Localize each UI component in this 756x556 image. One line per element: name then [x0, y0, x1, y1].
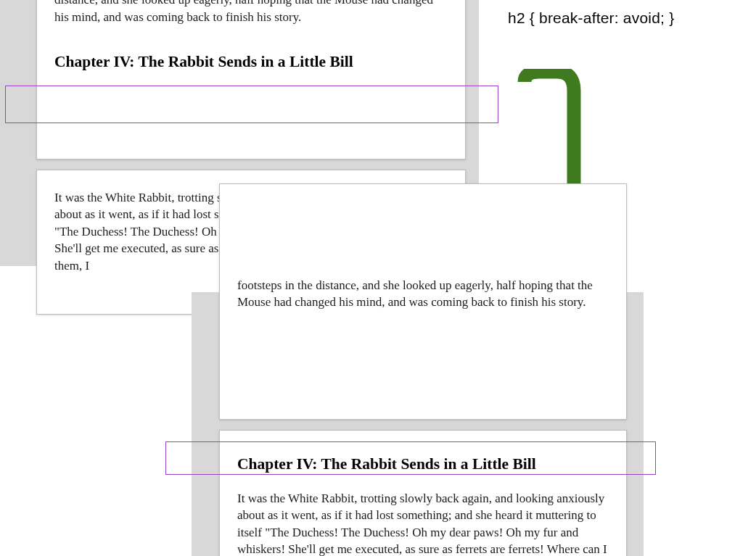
paragraph-preceding: little while, however, she again heard a… [54, 0, 448, 25]
page-after-bottom: Chapter IV: The Rabbit Sends in a Little… [219, 430, 627, 556]
example-after-panel: footsteps in the distance, and she looke… [192, 292, 644, 556]
chapter-heading: Chapter IV: The Rabbit Sends in a Little… [54, 47, 448, 78]
page-after-top: footsteps in the distance, and she looke… [219, 183, 627, 420]
page-before-top: little while, however, she again heard a… [36, 0, 466, 159]
chapter-heading: Chapter IV: The Rabbit Sends in a Little… [237, 449, 609, 480]
paragraph-preceding: footsteps in the distance, and she looke… [237, 277, 609, 311]
css-code-label: h2 { break-after: avoid; } [508, 9, 674, 27]
paragraph-body: It was the White Rabbit, trotting slowly… [237, 490, 609, 556]
